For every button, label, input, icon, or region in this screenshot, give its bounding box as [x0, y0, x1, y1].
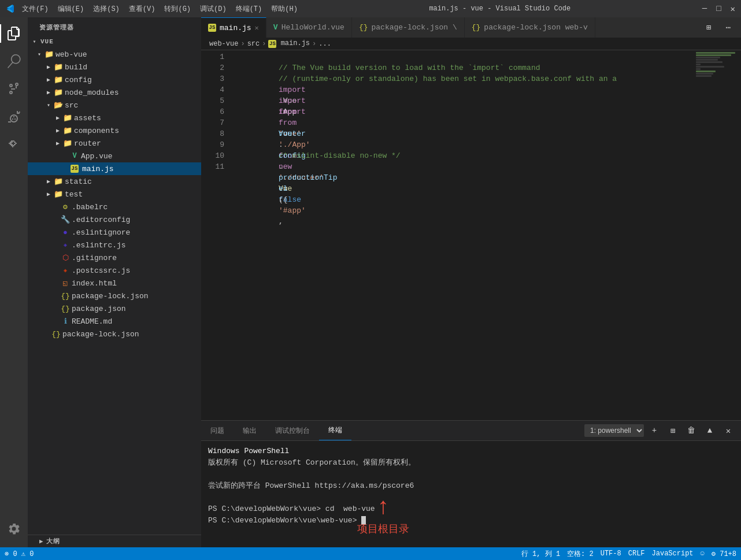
- tree-file-gitignore[interactable]: ▶ ⬡ .gitignore: [28, 251, 201, 264]
- panel-tab-terminal[interactable]: 终端: [319, 421, 351, 440]
- annotation-arrow-icon: ↑: [357, 496, 409, 520]
- menu-terminal[interactable]: 终端(T): [236, 4, 262, 14]
- title-bar-menu[interactable]: 文件(F) 编辑(E) 选择(S) 查看(V) 转到(G) 调试(D) 终端(T…: [22, 4, 298, 14]
- keyword: import: [279, 86, 306, 94]
- tree-folder-assets[interactable]: ▶ 📁 assets: [28, 112, 201, 124]
- tree-file-postcssrc[interactable]: ▶ ◈ .postcssrc.js: [28, 264, 201, 277]
- folder-icon: 📂: [53, 100, 64, 110]
- tree-folder-router[interactable]: ▶ 📁 router: [28, 137, 201, 150]
- tree-file-pkg-lock-root[interactable]: ▶ {} package-lock.json: [28, 328, 201, 340]
- js-icon: JS: [71, 165, 79, 173]
- notifications-button[interactable]: ⚙ 71+8: [712, 550, 736, 558]
- activity-debug[interactable]: [0, 103, 28, 131]
- tree-file-eslintignore[interactable]: ▶ ● .eslintignore: [28, 226, 201, 239]
- panel-tab-debug-console[interactable]: 调试控制台: [266, 421, 319, 440]
- babel-icon: ⚙: [60, 202, 71, 212]
- activity-extensions[interactable]: [0, 131, 28, 158]
- git-branch-status[interactable]: ⊗ 0 ⚠ 0: [5, 550, 34, 558]
- tab-close-button[interactable]: ✕: [255, 24, 259, 32]
- maximize-button[interactable]: □: [716, 4, 721, 14]
- status-bar-left: ⊗ 0 ⚠ 0: [5, 550, 34, 558]
- menu-file[interactable]: 文件(F): [22, 4, 49, 14]
- split-terminal-button[interactable]: ⊞: [665, 422, 681, 439]
- encoding-status[interactable]: UTF-8: [601, 550, 621, 558]
- activity-scm[interactable]: [0, 75, 28, 103]
- code-text: [279, 173, 288, 182]
- tab-pkg-lock-2[interactable]: {} package-lock.json web-v: [465, 17, 595, 38]
- language-mode-status[interactable]: JavaScript: [652, 550, 694, 558]
- menu-select[interactable]: 选择(S): [93, 4, 120, 14]
- breadcrumb-item[interactable]: JS main.js: [268, 39, 310, 48]
- editorconfig-icon: 🔧: [60, 214, 71, 225]
- minimap-line: [696, 68, 701, 70]
- cursor-position: 行 1, 列 1: [521, 549, 560, 559]
- feedback-button[interactable]: ☺: [701, 550, 705, 558]
- activity-explorer[interactable]: [0, 20, 28, 47]
- menu-debug[interactable]: 调试(D): [200, 4, 227, 14]
- folder-label: build: [65, 63, 87, 72]
- activity-search[interactable]: [0, 47, 28, 75]
- breadcrumb-separator: ›: [262, 40, 266, 48]
- panel-tab-problems[interactable]: 问题: [201, 421, 234, 440]
- split-editor-button[interactable]: ⊞: [701, 20, 717, 36]
- json-pkg-icon: {}: [60, 303, 71, 314]
- minimize-button[interactable]: ─: [702, 4, 707, 14]
- tree-folder-static[interactable]: ▶ 📁 static: [28, 175, 201, 188]
- close-button[interactable]: ✕: [731, 4, 735, 14]
- tree-file-app-vue[interactable]: ▶ V App.vue: [28, 150, 201, 162]
- file-label: .eslintignore: [72, 228, 130, 237]
- tree-file-pkg-lock[interactable]: ▶ {} package-lock.json: [28, 290, 201, 302]
- terminal-instance-select[interactable]: 1: powershell: [584, 424, 644, 437]
- activity-gear[interactable]: [0, 515, 28, 543]
- tree-folder-test[interactable]: ▶ 📁 test: [28, 188, 201, 201]
- panel-maximize-button[interactable]: ▲: [702, 422, 718, 439]
- panel-close-button[interactable]: ✕: [720, 422, 736, 439]
- folder-label: web-vue: [55, 50, 87, 59]
- tree-folder-src[interactable]: ▾ 📂 src: [28, 99, 201, 112]
- tree-file-main-js[interactable]: ▶ JS main.js: [28, 162, 201, 175]
- tree-section-vue[interactable]: ▾ VUE: [28, 35, 201, 48]
- tree-folder-node-modules[interactable]: ▶ 📁 node_modules: [28, 86, 201, 99]
- folder-arrow-icon: ▶: [44, 62, 53, 72]
- file-label: main.js: [82, 165, 114, 173]
- menu-edit[interactable]: 编辑(E): [58, 4, 84, 14]
- activity-bar: [0, 17, 28, 547]
- tab-pkg-lock-1[interactable]: {} package-lock.json \: [352, 17, 465, 38]
- tab-helloworld-vue[interactable]: V HelloWorld.vue: [266, 17, 352, 38]
- breadcrumb-item[interactable]: ...: [318, 40, 331, 48]
- new-terminal-button[interactable]: +: [646, 422, 662, 439]
- tree-file-pkg-json[interactable]: ▶ {} package.json: [28, 302, 201, 315]
- eol-status[interactable]: CRLF: [628, 550, 645, 558]
- tab-label: 调试控制台: [275, 426, 310, 436]
- tree-file-readme[interactable]: ▶ ℹ README.md: [28, 315, 201, 328]
- tree-file-indexhtml[interactable]: ▶ ◱ index.html: [28, 277, 201, 290]
- menu-help[interactable]: 帮助(H): [271, 4, 298, 14]
- more-actions-button[interactable]: ⋯: [720, 20, 736, 36]
- file-label: App.vue: [81, 152, 113, 161]
- tree-file-eslintrc[interactable]: ▶ ◈ .eslintrc.js: [28, 239, 201, 251]
- code-line-11: el : '#app' ,: [234, 161, 695, 172]
- breadcrumb-item[interactable]: web-vue: [209, 40, 238, 48]
- cursor-position-status[interactable]: 行 1, 列 1: [521, 549, 560, 559]
- tree-file-babelrc[interactable]: ▶ ⚙ .babelrc: [28, 201, 201, 213]
- minimap-content: [695, 50, 741, 79]
- folder-arrow-icon: ▾: [35, 50, 44, 59]
- comment: // The Vue build version to load with th…: [279, 64, 540, 72]
- tab-main-js[interactable]: JS main.js ✕: [201, 17, 266, 38]
- breadcrumb-item[interactable]: src: [247, 40, 260, 48]
- kill-terminal-button[interactable]: 🗑: [683, 422, 699, 439]
- panel-tab-output[interactable]: 输出: [234, 421, 266, 440]
- tree-folder-components[interactable]: ▶ 📁 components: [28, 124, 201, 137]
- indent-status[interactable]: 空格: 2: [567, 549, 594, 559]
- tree-file-editorconfig[interactable]: ▶ 🔧 .editorconfig: [28, 213, 201, 226]
- menu-view[interactable]: 查看(V): [129, 4, 155, 14]
- section-label: VUE: [40, 38, 54, 45]
- tree-folder-web-vue[interactable]: ▾ 📁 web-vue: [28, 48, 201, 61]
- window-controls[interactable]: ─ □ ✕: [702, 4, 735, 14]
- outline-section[interactable]: ▶ 大纲: [28, 535, 201, 547]
- tree-folder-config[interactable]: ▶ 📁 config: [28, 73, 201, 86]
- tree-folder-build[interactable]: ▶ 📁 build: [28, 61, 201, 73]
- minimap-line: [696, 61, 723, 63]
- code-content: // The Vue build version to load with th…: [229, 50, 695, 420]
- menu-goto[interactable]: 转到(G): [164, 4, 191, 14]
